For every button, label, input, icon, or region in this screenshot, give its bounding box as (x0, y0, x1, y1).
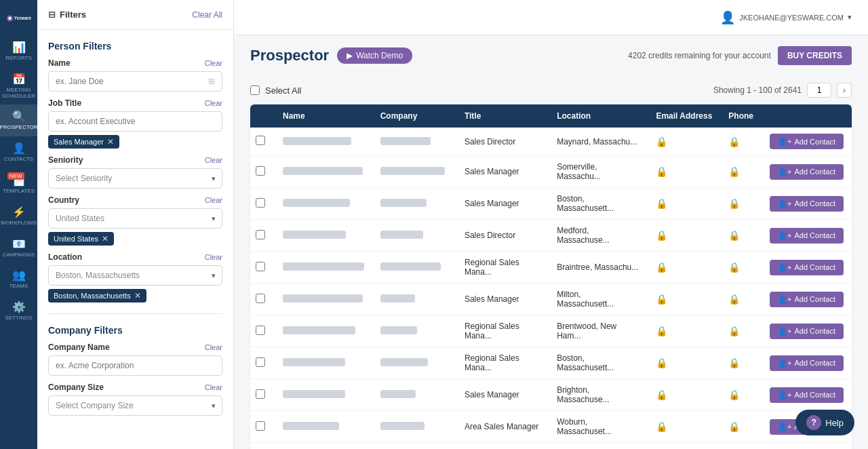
name-clear-button[interactable]: Clear (205, 59, 222, 67)
row-action-cell: 👤+ Add Contact (762, 156, 852, 188)
blurred-name (283, 262, 364, 271)
row-action-cell: 👤+ Add Contact (762, 252, 852, 284)
country-clear-button[interactable]: Clear (205, 196, 222, 204)
company-size-clear-button[interactable]: Clear (205, 383, 222, 391)
blurred-name (283, 326, 355, 334)
country-select[interactable]: United States (48, 208, 222, 229)
row-phone-cell: 🔒 (720, 411, 762, 443)
blurred-company (380, 326, 418, 334)
location-select[interactable]: Boston, Massachusetts (48, 265, 222, 286)
country-label: Country (48, 195, 79, 205)
company-size-select[interactable]: Select Company Size (48, 395, 222, 416)
row-checkbox[interactable] (256, 198, 265, 208)
sidebar-item-meeting-scheduler[interactable]: 📅 MEETINGSCHEDULER (0, 67, 37, 105)
row-title-cell: Regional Sales Mana... (456, 347, 549, 379)
row-checkbox[interactable] (256, 166, 265, 176)
row-checkbox-cell (250, 252, 275, 284)
row-checkbox[interactable] (256, 262, 265, 271)
blurred-company (380, 390, 416, 398)
credits-row: 4202 credits remaining for your account … (628, 46, 852, 65)
prospector-icon: 🔍 (12, 110, 26, 123)
company-name-clear-button[interactable]: Clear (205, 343, 222, 351)
row-email-cell: 🔒 (648, 128, 720, 156)
row-email-cell: 🔒 (648, 347, 720, 379)
checkbox-col-header (250, 104, 275, 128)
row-checkbox[interactable] (256, 326, 265, 335)
row-email-cell: 🔒 (648, 156, 720, 188)
job-title-input[interactable] (56, 117, 215, 126)
row-checkbox[interactable] (256, 230, 265, 239)
united-states-tag-remove[interactable]: ✕ (102, 234, 108, 243)
row-phone-cell: 🔒 (720, 443, 762, 450)
add-contact-button[interactable]: 👤+ Add Contact (770, 387, 844, 403)
page-title-row: Prospector ▶ Watch Demo (250, 47, 412, 64)
row-location-cell: Boston, Massachusett... (549, 347, 648, 379)
add-contact-button[interactable]: 👤+ Add Contact (770, 260, 844, 275)
user-info[interactable]: 👤 JKEOHANE@YESWARE.COM ▾ (720, 10, 852, 25)
buy-credits-button[interactable]: BUY CREDITS (778, 46, 852, 65)
sidebar-item-prospector[interactable]: 🔍 PROSPECTOR (0, 104, 37, 136)
sidebar-item-contacts[interactable]: 👤 CONTACTS (0, 136, 37, 168)
next-page-button[interactable]: › (837, 83, 852, 98)
row-name-cell (275, 156, 372, 188)
select-all-checkbox[interactable] (250, 85, 260, 95)
play-icon: ▶ (347, 51, 353, 60)
help-label: Help (825, 418, 844, 428)
add-contact-button[interactable]: 👤+ Add Contact (770, 164, 844, 180)
sidebar-item-reports[interactable]: 📊 REPORTS (0, 35, 37, 67)
company-filters-title: Company Filters (48, 322, 222, 336)
sidebar-item-settings[interactable]: ⚙️ SETTINGS (0, 295, 37, 327)
phone-lock-icon: 🔒 (728, 421, 740, 432)
row-checkbox[interactable] (256, 294, 265, 303)
row-title-cell: Regional Sales Mana... (456, 443, 549, 450)
help-bubble[interactable]: ? Help (795, 410, 854, 435)
row-checkbox[interactable] (256, 357, 265, 367)
add-contact-button[interactable]: 👤+ Add Contact (770, 355, 844, 371)
page-number-input[interactable] (807, 83, 831, 98)
settings-icon: ⚙️ (12, 300, 26, 313)
job-title-clear-button[interactable]: Clear (205, 99, 222, 107)
phone-lock-icon: 🔒 (728, 294, 740, 305)
location-label-row: Location Clear (48, 252, 222, 262)
row-location-cell: Brentwood, New Ham... (549, 315, 648, 347)
row-email-cell: 🔒 (648, 443, 720, 450)
sidebar-item-teams[interactable]: 👥 TEAMS (0, 263, 37, 295)
email-lock-icon: 🔒 (656, 136, 667, 147)
sidebar-item-workflows[interactable]: ⚡ WORKFLOWS (0, 200, 37, 232)
sales-manager-tag-remove[interactable]: ✕ (107, 137, 114, 147)
name-input[interactable] (56, 77, 205, 86)
row-title-cell: Regional Sales Mana... (456, 315, 549, 347)
user-chevron-icon: ▾ (848, 13, 852, 22)
row-phone-cell: 🔒 (720, 188, 762, 220)
boston-tag-remove[interactable]: ✕ (134, 291, 141, 300)
row-email-cell: 🔒 (648, 315, 720, 347)
sidebar-item-templates[interactable]: 📄 NEW TEMPLATES (0, 168, 37, 200)
row-checkbox-cell (250, 315, 275, 347)
add-contact-button[interactable]: 👤+ Add Contact (770, 134, 844, 149)
add-contact-icon: 👤+ (778, 295, 791, 304)
add-contact-button[interactable]: 👤+ Add Contact (770, 292, 844, 307)
add-contact-button[interactable]: 👤+ Add Contact (770, 196, 844, 212)
clear-all-button[interactable]: Clear All (192, 10, 222, 20)
add-contact-button[interactable]: 👤+ Add Contact (770, 324, 844, 339)
calendar-icon: 📅 (12, 73, 26, 85)
row-location-cell: Exeter, New Hampshir... (549, 443, 648, 450)
row-company-cell (372, 443, 456, 450)
company-name-label: Company Name (48, 343, 110, 352)
campaigns-icon: 📧 (12, 237, 26, 250)
seniority-select[interactable]: Select Seniority (48, 168, 222, 189)
country-label-row: Country Clear (48, 195, 222, 205)
table-body: Sales Director Maynard, Massachu... 🔒 🔒 … (250, 128, 852, 449)
watch-demo-button[interactable]: ▶ Watch Demo (337, 47, 412, 64)
sidebar-item-campaigns[interactable]: 📧 CAMPAIGNS (0, 232, 37, 264)
row-name-cell (275, 379, 372, 411)
seniority-clear-button[interactable]: Clear (205, 156, 222, 164)
row-checkbox[interactable] (256, 389, 265, 399)
add-contact-button[interactable]: 👤+ Add Contact (770, 228, 844, 243)
row-checkbox[interactable] (256, 136, 265, 145)
row-location-cell: Somerville, Massachu... (549, 156, 648, 188)
row-checkbox[interactable] (256, 421, 265, 431)
email-lock-icon: 🔒 (656, 357, 667, 368)
location-clear-button[interactable]: Clear (205, 253, 222, 261)
company-name-input[interactable] (56, 361, 215, 370)
